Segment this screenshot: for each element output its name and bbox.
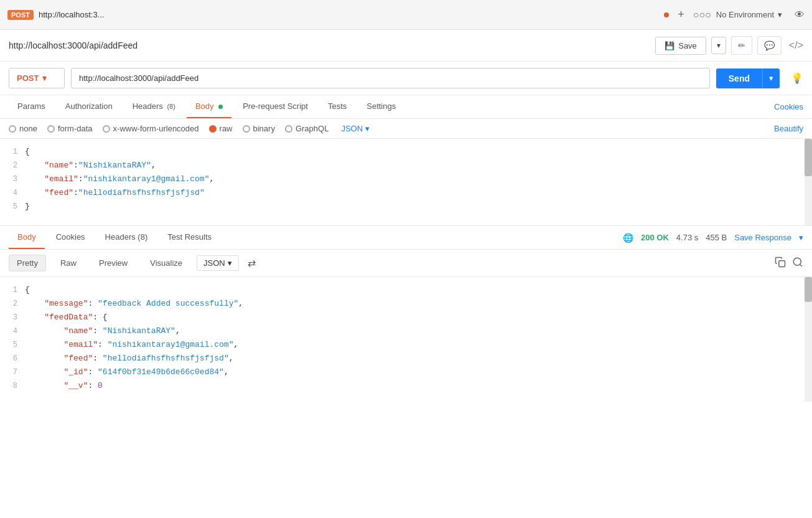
method-badge: POST bbox=[7, 10, 34, 20]
tab-authorization[interactable]: Authorization bbox=[57, 95, 121, 118]
beautify-button[interactable]: Beautify bbox=[774, 124, 803, 133]
res-tab-headers[interactable]: Headers (8) bbox=[96, 226, 157, 249]
radio-none bbox=[9, 125, 16, 133]
response-time: 4.73 s bbox=[676, 233, 698, 242]
req-line-content-3: "email":"nishikantaray1@gmail.com", bbox=[25, 172, 812, 186]
body-type-form-data[interactable]: form-data bbox=[47, 124, 93, 133]
res-json-chevron-icon: ▾ bbox=[228, 258, 232, 268]
top-bar: POST http://localhost:3... + ○○○ No Envi… bbox=[0, 0, 812, 30]
res-line-1: 1 { bbox=[0, 283, 812, 297]
tab-pre-request-script[interactable]: Pre-request Script bbox=[234, 95, 317, 118]
req-line-num-1: 1 bbox=[0, 145, 25, 159]
save-button[interactable]: 💾 Save bbox=[655, 37, 706, 55]
method-select[interactable]: POST ▾ bbox=[9, 68, 65, 88]
res-format-raw[interactable]: Raw bbox=[52, 255, 85, 271]
response-meta: 🌐 200 OK 4.73 s 455 B Save Response ▾ bbox=[623, 233, 803, 243]
res-headers-badge: (8) bbox=[138, 232, 147, 242]
body-type-none-label: none bbox=[19, 124, 37, 133]
body-type-binary[interactable]: binary bbox=[243, 124, 275, 133]
send-dropdown-button[interactable]: ▾ bbox=[762, 68, 780, 88]
res-line-6: 6 "feed": "hellodiafhsfhsfhsfjsfjsd", bbox=[0, 352, 812, 365]
url-bar-area: http://localhost:3000/api/addFeed 💾 Save… bbox=[0, 30, 812, 62]
response-tabs: Body Cookies Headers (8) Test Results 🌐 … bbox=[0, 226, 812, 250]
res-tab-body[interactable]: Body bbox=[9, 226, 45, 249]
tab-body[interactable]: Body bbox=[187, 95, 231, 118]
tab-url: http://localhost:3... bbox=[39, 10, 655, 19]
res-line-content-8: "__v": 0 bbox=[25, 379, 812, 393]
chevron-down-icon: ▾ bbox=[778, 10, 782, 19]
req-line-2: 2 "name":"NishikantaRAY", bbox=[0, 159, 812, 172]
wrap-button[interactable]: ⇄ bbox=[248, 257, 256, 269]
body-type-graphql[interactable]: GraphQL bbox=[285, 124, 329, 133]
save-dropdown-button[interactable]: ▾ bbox=[711, 37, 726, 54]
res-line-content-5: "email": "nishikantaray1@gmail.com", bbox=[25, 338, 812, 352]
json-chevron-icon: ▾ bbox=[365, 124, 370, 133]
res-format-preview[interactable]: Preview bbox=[91, 255, 136, 271]
req-line-5: 5 } bbox=[0, 200, 812, 214]
eye-icon[interactable]: 👁 bbox=[795, 9, 805, 21]
res-scrollbar-thumb[interactable] bbox=[805, 277, 812, 302]
res-line-4: 4 "name": "NishikantaRAY", bbox=[0, 324, 812, 338]
save-response-button[interactable]: Save Response bbox=[734, 233, 791, 242]
copy-icon[interactable] bbox=[775, 257, 786, 270]
res-format-pretty[interactable]: Pretty bbox=[9, 255, 46, 271]
code-icon[interactable]: </> bbox=[789, 40, 803, 51]
req-line-4: 4 "feed":"hellodiafhsfhsfhsfjsfjsd" bbox=[0, 186, 812, 200]
response-body-editor: 1 { 2 "message": "feedback Added success… bbox=[0, 277, 812, 402]
res-line-num-4: 4 bbox=[0, 324, 25, 338]
send-button[interactable]: Send bbox=[716, 68, 762, 88]
res-line-num-2: 2 bbox=[0, 297, 25, 311]
comment-icon[interactable]: 💬 bbox=[757, 36, 782, 55]
res-line-num-5: 5 bbox=[0, 338, 25, 352]
req-line-content-2: "name":"NishikantaRAY", bbox=[25, 159, 812, 172]
req-line-content-1: { bbox=[25, 145, 812, 159]
body-type-form-data-label: form-data bbox=[58, 124, 93, 133]
environment-select[interactable]: No Environment ▾ bbox=[716, 10, 782, 19]
res-line-2: 2 "message": "feedback Added successfull… bbox=[0, 297, 812, 311]
req-scrollbar-thumb[interactable] bbox=[805, 139, 812, 176]
globe-icon: 🌐 bbox=[623, 233, 633, 243]
tab-tests[interactable]: Tests bbox=[319, 95, 355, 118]
body-type-urlencoded-label: x-www-form-urlencoded bbox=[113, 124, 199, 133]
req-line-content-4: "feed":"hellodiafhsfhsfhsfjsfjsd" bbox=[25, 186, 812, 200]
headers-badge: (8) bbox=[167, 103, 175, 110]
more-tabs-button[interactable]: ○○○ bbox=[693, 9, 711, 21]
tab-settings[interactable]: Settings bbox=[358, 95, 404, 118]
res-line-num-3: 3 bbox=[0, 311, 25, 324]
save-response-chevron[interactable]: ▾ bbox=[799, 233, 803, 242]
response-json-select[interactable]: JSON ▾ bbox=[197, 255, 239, 271]
method-chevron-icon: ▾ bbox=[42, 73, 47, 83]
radio-raw bbox=[209, 125, 217, 133]
res-line-content-7: "_id": "614f0bf31e49b6de66c0ed84", bbox=[25, 365, 812, 379]
edit-icon[interactable]: ✏ bbox=[731, 36, 752, 55]
res-json-label: JSON bbox=[203, 258, 225, 268]
body-type-graphql-label: GraphQL bbox=[296, 124, 329, 133]
search-icon[interactable] bbox=[792, 257, 803, 270]
response-format-row: Pretty Raw Preview Visualize JSON ▾ ⇄ bbox=[0, 250, 812, 277]
radio-graphql bbox=[285, 125, 292, 133]
cookies-link[interactable]: Cookies bbox=[774, 102, 803, 111]
req-scrollbar-track[interactable] bbox=[805, 139, 812, 225]
res-tab-test-results[interactable]: Test Results bbox=[159, 226, 220, 249]
res-tab-cookies[interactable]: Cookies bbox=[47, 226, 94, 249]
res-scrollbar-track[interactable] bbox=[805, 277, 812, 402]
res-line-num-7: 7 bbox=[0, 365, 25, 379]
tab-params[interactable]: Params bbox=[9, 95, 54, 118]
request-body-editor[interactable]: 1 { 2 "name":"NishikantaRAY", 3 "email":… bbox=[0, 139, 812, 226]
res-line-5: 5 "email": "nishikantaray1@gmail.com", bbox=[0, 338, 812, 352]
save-label: Save bbox=[678, 41, 697, 50]
res-line-8: 8 "__v": 0 bbox=[0, 379, 812, 393]
body-type-urlencoded[interactable]: x-www-form-urlencoded bbox=[103, 124, 199, 133]
url-input[interactable] bbox=[71, 68, 710, 88]
json-format-select[interactable]: JSON ▾ bbox=[341, 124, 370, 133]
req-line-num-3: 3 bbox=[0, 172, 25, 186]
body-type-raw[interactable]: raw bbox=[209, 124, 233, 133]
body-type-none[interactable]: none bbox=[9, 124, 37, 133]
tab-headers[interactable]: Headers (8) bbox=[124, 95, 184, 118]
response-size: 455 B bbox=[706, 233, 727, 242]
res-format-visualize[interactable]: Visualize bbox=[142, 255, 190, 271]
req-line-1: 1 { bbox=[0, 145, 812, 159]
add-tab-button[interactable]: + bbox=[674, 8, 688, 21]
req-line-3: 3 "email":"nishikantaray1@gmail.com", bbox=[0, 172, 812, 186]
lightbulb-icon[interactable]: 💡 bbox=[791, 72, 803, 84]
